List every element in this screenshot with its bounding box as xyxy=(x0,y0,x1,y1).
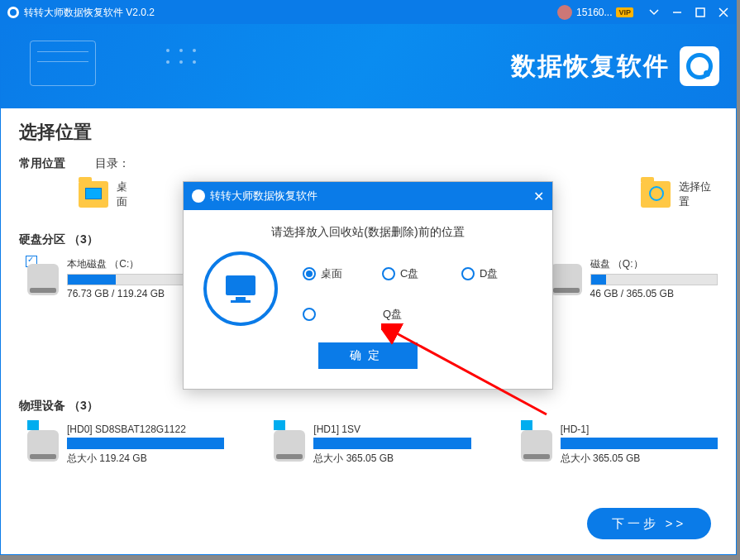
radio-d-drive[interactable]: D盘 xyxy=(461,266,532,281)
device-name: [HD1] 1SV xyxy=(313,424,470,435)
radio-label: C盘 xyxy=(400,266,418,281)
location-desktop-label: 桌面 xyxy=(117,179,136,209)
maximize-button[interactable] xyxy=(695,7,706,18)
devices-section-title: 物理设备 （3） xyxy=(19,399,718,414)
folder-desktop-icon xyxy=(79,181,108,208)
disk-win-icon xyxy=(521,430,552,462)
location-select[interactable]: 选择位置 xyxy=(641,179,718,209)
svg-rect-1 xyxy=(226,275,255,295)
close-button[interactable] xyxy=(718,7,729,18)
device-bar xyxy=(561,438,718,449)
dialog-title: 转转大师数据恢复软件 xyxy=(210,189,317,203)
device-size: 总大小 365.05 GB xyxy=(313,452,470,466)
title-bar: 转转大师数据恢复软件 V2.0.2 15160... VIP xyxy=(1,1,736,24)
device-bar xyxy=(313,438,470,449)
device-name: [HD0] SD8SBAT128G1122 xyxy=(67,424,224,435)
svg-rect-0 xyxy=(696,8,704,17)
device-item[interactable]: [HD0] SD8SBAT128G1122 总大小 119.24 GB xyxy=(27,424,224,466)
decoration-dots xyxy=(166,49,198,64)
avatar-icon xyxy=(557,5,572,20)
partition-name: 本地磁盘 （C:） xyxy=(67,257,195,271)
disk-win-icon xyxy=(27,430,59,462)
radio-label: 桌面 xyxy=(321,266,342,281)
brand-icon xyxy=(680,46,719,86)
device-size: 总大小 119.24 GB xyxy=(67,452,224,466)
minimize-button[interactable] xyxy=(671,7,683,18)
radio-icon xyxy=(461,267,475,280)
partition-size: 46 GB / 365.05 GB xyxy=(590,288,719,299)
svg-rect-3 xyxy=(231,300,251,303)
disk-icon xyxy=(551,264,582,295)
page-title: 选择位置 xyxy=(19,120,718,145)
radio-desktop[interactable]: 桌面 xyxy=(303,266,374,281)
location-dialog: 转转大师数据恢复软件 ✕ 请选择放入回收站(数据删除)前的位置 桌面 C盘 xyxy=(183,181,553,390)
app-title: 转转大师数据恢复软件 V2.0.2 xyxy=(24,6,155,20)
directory-label: 目录： xyxy=(95,156,130,171)
app-logo-icon xyxy=(7,7,19,18)
radio-label: Q盘 xyxy=(383,307,402,322)
dialog-logo-icon xyxy=(192,189,205,203)
partition-name: 磁盘 （Q:） xyxy=(590,257,719,271)
location-desktop[interactable]: 桌面 xyxy=(79,179,136,209)
common-locations-label: 常用位置 xyxy=(19,156,65,171)
radio-c-drive[interactable]: C盘 xyxy=(382,266,453,281)
partition-size: 76.73 GB / 119.24 GB xyxy=(67,288,195,299)
partition-usage-bar xyxy=(590,274,719,285)
partition-usage-bar xyxy=(67,274,195,285)
user-info[interactable]: 15160... VIP xyxy=(557,5,633,20)
radio-q-drive[interactable]: Q盘 xyxy=(303,307,532,322)
username: 15160... xyxy=(576,7,612,18)
dialog-close-button[interactable]: ✕ xyxy=(533,189,544,204)
partition-item[interactable]: 磁盘 （Q:） 46 GB / 365.05 GB xyxy=(551,257,719,299)
brand-text: 数据恢复软件 xyxy=(511,50,670,84)
dialog-prompt: 请选择放入回收站(数据删除)前的位置 xyxy=(203,225,532,240)
dialog-header: 转转大师数据恢复软件 ✕ xyxy=(184,182,552,210)
radio-icon xyxy=(382,267,395,280)
svg-rect-2 xyxy=(236,297,246,300)
device-name: [HD-1] xyxy=(561,424,718,435)
dialog-confirm-button[interactable]: 确定 xyxy=(318,342,418,369)
decoration-icon xyxy=(30,41,96,86)
folder-search-icon xyxy=(641,181,671,208)
partition-item[interactable]: 本地磁盘 （C:） 76.73 GB / 119.24 GB xyxy=(27,257,195,299)
device-bar xyxy=(67,438,224,449)
disk-win-icon xyxy=(274,430,305,462)
main-window: 转转大师数据恢复软件 V2.0.2 15160... VIP 数据恢复软件 选择… xyxy=(0,0,737,555)
radio-icon xyxy=(303,308,316,321)
device-item[interactable]: [HD1] 1SV 总大小 365.05 GB xyxy=(274,424,470,466)
device-item[interactable]: [HD-1] 总大小 365.05 GB xyxy=(521,424,718,466)
hero-banner: 数据恢复软件 xyxy=(1,24,736,108)
radio-icon xyxy=(303,267,316,280)
location-select-label: 选择位置 xyxy=(679,179,718,209)
device-size: 总大小 365.05 GB xyxy=(561,452,718,466)
disk-icon xyxy=(27,264,59,295)
dialog-confirm-label: 确定 xyxy=(350,348,386,363)
dropdown-button[interactable] xyxy=(648,7,660,18)
monitor-icon xyxy=(203,251,278,326)
next-button[interactable]: 下一步 >> xyxy=(587,508,711,539)
vip-badge: VIP xyxy=(616,7,633,17)
radio-label: D盘 xyxy=(480,266,498,281)
next-button-label: 下一步 >> xyxy=(612,516,687,532)
